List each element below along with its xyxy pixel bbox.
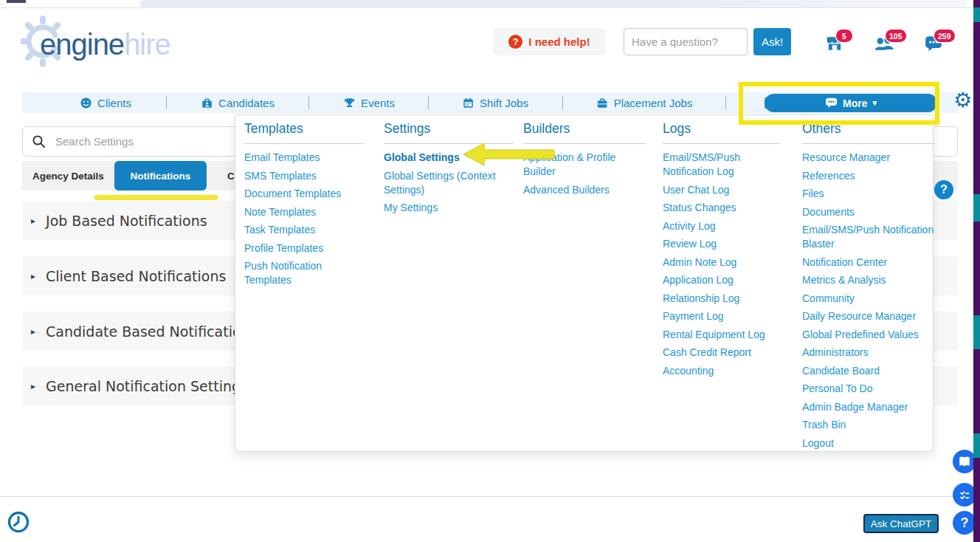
nav-separator <box>725 96 726 109</box>
menu-item-push-notification-templates[interactable]: Push Notification Templates <box>244 259 364 287</box>
menu-item-documents[interactable]: Documents <box>802 205 935 219</box>
accordion-caret-icon: ▸ <box>31 216 35 226</box>
menu-item-notification-center[interactable]: Notification Center <box>802 255 935 270</box>
accordion-caret-icon: ▸ <box>31 326 35 337</box>
nav-item-candidates[interactable]: Candidates <box>201 92 275 113</box>
accordion-caret-icon: ▸ <box>31 271 35 281</box>
menu-column-title: Templates <box>244 121 364 144</box>
clients-icon <box>80 97 92 109</box>
menu-column-builders: BuildersApplication & Profile BuilderAdv… <box>523 121 646 201</box>
ask-button[interactable]: Ask! <box>753 28 791 55</box>
menu-item-cash-credit-report[interactable]: Cash Credit Report <box>663 346 779 360</box>
menu-column-logs: LogsEmail/SMS/Push Notification LogUser … <box>663 121 779 382</box>
annotation-underline-notifications <box>94 195 218 200</box>
accordion-caret-icon: ▸ <box>31 381 35 391</box>
menu-item-metrics-analysis[interactable]: Metrics & Analysis <box>802 273 935 287</box>
menu-item-note-templates[interactable]: Note Templates <box>244 205 364 219</box>
browser-chrome-sliver <box>140 0 967 7</box>
users-badge: 105 <box>886 30 906 42</box>
nav-item-label: Events <box>361 97 395 109</box>
messages-badge: 259 <box>934 30 955 42</box>
nav-item-events[interactable]: Events <box>343 92 395 113</box>
nav-item-label: Shift Jobs <box>480 97 528 109</box>
question-icon: ? <box>961 515 969 531</box>
accordion-label: Candidate Based Notifications <box>46 323 257 340</box>
menu-item-document-templates[interactable]: Document Templates <box>244 187 364 201</box>
book-icon <box>957 455 972 468</box>
menu-item-sms-templates[interactable]: SMS Templates <box>244 169 364 183</box>
menu-item-advanced-builders[interactable]: Advanced Builders <box>523 183 646 197</box>
menu-item-global-settings[interactable]: Global Settings <box>384 151 514 165</box>
nav-separator <box>428 96 429 109</box>
menu-item-email-sms-push-notification-blaster[interactable]: Email/SMS/Push Notification Blaster <box>802 223 935 251</box>
nav-item-placement-jobs[interactable]: Placement Jobs <box>596 92 693 113</box>
menu-column-title: Settings <box>384 121 514 144</box>
nav-item-clients[interactable]: Clients <box>80 92 131 113</box>
menu-item-application-log[interactable]: Application Log <box>663 273 779 287</box>
nav-separator <box>308 96 309 109</box>
more-dropdown-menu: TemplatesEmail TemplatesSMS TemplatesDoc… <box>235 114 934 452</box>
menu-item-daily-resource-manager[interactable]: Daily Resource Manager <box>802 309 935 323</box>
menu-column-title: Logs <box>663 121 779 144</box>
menu-item-personal-to-do[interactable]: Personal To Do <box>802 382 935 396</box>
question-circle-icon: ? <box>508 35 522 49</box>
menu-item-community[interactable]: Community <box>802 292 935 306</box>
menu-item-payment-log[interactable]: Payment Log <box>663 309 779 323</box>
menu-item-references[interactable]: References <box>802 169 935 183</box>
browser-chrome-mark <box>7 0 26 3</box>
menu-item-email-templates[interactable]: Email Templates <box>244 151 364 165</box>
menu-column-others: OthersResource ManagerReferencesFilesDoc… <box>802 121 935 454</box>
search-icon <box>32 134 46 148</box>
nav-separator <box>562 96 563 109</box>
menu-item-admin-note-log[interactable]: Admin Note Log <box>663 255 779 270</box>
menu-item-resource-manager[interactable]: Resource Manager <box>802 151 935 165</box>
store-badge: 5 <box>836 30 852 42</box>
need-help-button[interactable]: ? I need help! <box>493 28 606 55</box>
briefcase-icon <box>596 97 609 109</box>
menu-item-relationship-log[interactable]: Relationship Log <box>663 292 779 306</box>
menu-item-administrators[interactable]: Administrators <box>802 346 935 360</box>
chevron-down-icon: ▾ <box>872 98 877 108</box>
menu-column-settings: SettingsGlobal SettingsGlobal Settings (… <box>384 121 514 219</box>
nav-separator <box>166 96 167 109</box>
accordion-label: Client Based Notifications <box>46 268 226 284</box>
menu-column-title: Others <box>802 121 935 144</box>
menu-item-task-templates[interactable]: Task Templates <box>244 223 364 237</box>
more-button[interactable]: More ▾ <box>765 94 937 112</box>
menu-column-templates: TemplatesEmail TemplatesSMS TemplatesDoc… <box>244 121 364 292</box>
edge-scrollbar-strip[interactable] <box>973 0 980 542</box>
checklist-icon <box>957 487 972 502</box>
menu-item-logout[interactable]: Logout <box>802 436 935 450</box>
nav-item-shift-jobs[interactable]: Shift Jobs <box>462 92 528 113</box>
menu-item-files[interactable]: Files <box>802 187 935 201</box>
nav-item-label: Placement Jobs <box>614 97 693 109</box>
menu-item-status-changes[interactable]: Status Changes <box>663 201 779 215</box>
page-help-button[interactable]: ? <box>934 180 953 199</box>
calendar-icon <box>462 97 475 109</box>
menu-item-candidate-board[interactable]: Candidate Board <box>802 364 935 378</box>
menu-item-email-sms-push-notification-log[interactable]: Email/SMS/Push Notification Log <box>663 151 779 179</box>
footer-divider <box>0 496 980 497</box>
enginehire-app: enginehire ? I need help! Ask! 5 105 259… <box>0 0 980 542</box>
menu-item-review-log[interactable]: Review Log <box>663 237 779 251</box>
tab-agency-details[interactable]: Agency Details <box>22 161 114 191</box>
menu-item-accounting[interactable]: Accounting <box>663 364 779 378</box>
menu-item-global-settings-context-settings-[interactable]: Global Settings (Context Settings) <box>384 169 514 197</box>
enginehire-logo[interactable]: enginehire <box>21 12 198 74</box>
menu-item-global-predefined-values[interactable]: Global Predefined Values <box>802 328 935 342</box>
accordion-label: Job Based Notifications <box>46 213 207 229</box>
settings-gear-icon[interactable]: ⚙ <box>953 90 972 111</box>
menu-item-user-chat-log[interactable]: User Chat Log <box>663 183 779 197</box>
ask-chatgpt-button[interactable]: Ask ChatGPT <box>863 514 939 533</box>
menu-item-activity-log[interactable]: Activity Log <box>663 219 779 233</box>
question-input[interactable] <box>624 28 748 55</box>
chat-dots-icon <box>825 97 838 109</box>
menu-item-application-profile-builder[interactable]: Application & Profile Builder <box>523 151 646 179</box>
menu-item-trash-bin[interactable]: Trash Bin <box>802 418 935 432</box>
menu-item-profile-templates[interactable]: Profile Templates <box>244 241 364 255</box>
menu-item-admin-badge-manager[interactable]: Admin Badge Manager <box>802 400 935 414</box>
menu-item-my-settings[interactable]: My Settings <box>384 201 514 215</box>
clock-icon[interactable] <box>7 511 30 536</box>
tab-notifications[interactable]: Notifications <box>114 161 207 191</box>
menu-item-rental-equipment-log[interactable]: Rental Equipment Log <box>663 328 779 342</box>
